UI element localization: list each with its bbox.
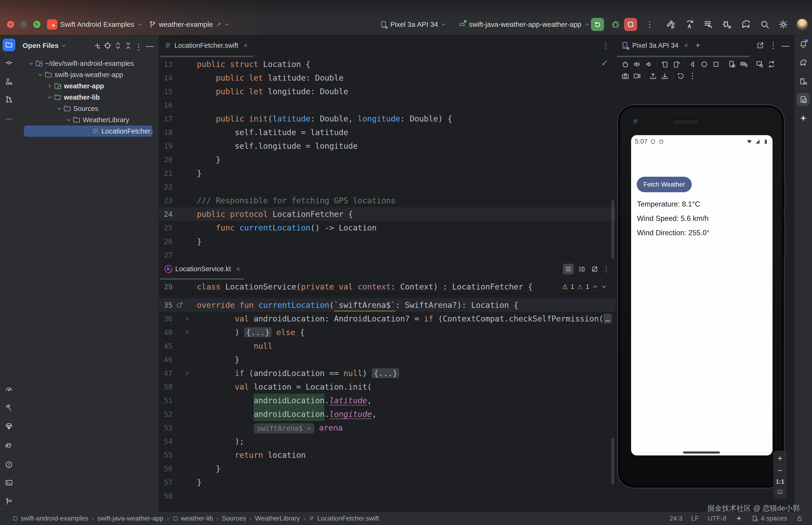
split-view-button[interactable] bbox=[576, 264, 587, 274]
fold-chevron-icon[interactable] bbox=[184, 329, 190, 335]
tree-chevron-icon[interactable] bbox=[37, 72, 44, 78]
build-run-icon[interactable] bbox=[666, 19, 676, 30]
notifications-icon[interactable] bbox=[799, 40, 807, 48]
volume-down-icon[interactable] bbox=[645, 60, 653, 68]
tree-item-locationfetcher-swift[interactable]: LocationFetcher.swift bbox=[24, 125, 153, 137]
tree-item-weather-lib[interactable]: weather-lib bbox=[24, 92, 153, 103]
code-line-27[interactable]: 27 bbox=[159, 248, 616, 260]
locate-file-button[interactable] bbox=[104, 42, 112, 49]
line-separator[interactable]: LF bbox=[691, 515, 699, 522]
tree-chevron-icon[interactable] bbox=[47, 83, 53, 89]
tree-item--dev-swift-android-examples[interactable]: ~/dev/swift-android-examples bbox=[24, 58, 153, 69]
ai-assistant-status-icon[interactable] bbox=[735, 515, 742, 522]
tree-chevron-icon[interactable] bbox=[65, 117, 72, 123]
device-tab-label[interactable]: Pixel 3a API 34 bbox=[632, 42, 678, 49]
tree-item-sources[interactable]: Sources bbox=[24, 103, 153, 114]
device-sync-icon[interactable] bbox=[768, 60, 775, 68]
code-line-36[interactable]: 36 val androidLocation: AndroidLocation?… bbox=[159, 312, 616, 326]
vertical-scrollbar[interactable] bbox=[611, 438, 614, 485]
code-line-45[interactable]: 45 null bbox=[159, 339, 616, 353]
screenshot-icon[interactable] bbox=[622, 72, 629, 80]
rotate-right-icon[interactable] bbox=[673, 60, 680, 68]
breadcrumb-item[interactable]: LocationFetcher.swift bbox=[309, 515, 379, 522]
fold-chevron-icon[interactable] bbox=[184, 315, 190, 322]
code-line-23[interactable]: 23/// Responsible for fetching GPS locat… bbox=[159, 194, 616, 207]
gradle-tool-icon[interactable] bbox=[799, 59, 807, 67]
tab-options-button[interactable]: ⋮ bbox=[602, 41, 610, 50]
reset-icon[interactable] bbox=[677, 72, 685, 80]
device-manager-icon[interactable] bbox=[799, 77, 807, 86]
android-overview-icon[interactable] bbox=[712, 60, 720, 68]
zoom-in-button[interactable]: + bbox=[778, 454, 782, 463]
tree-item-weather-app[interactable]: weather-app bbox=[24, 80, 153, 92]
vertical-scrollbar[interactable] bbox=[611, 200, 614, 258]
attach-debugger-icon[interactable] bbox=[722, 19, 732, 30]
horizontal-scrollbar[interactable] bbox=[159, 56, 616, 57]
search-icon[interactable] bbox=[760, 19, 770, 30]
code-line-58[interactable]: 58 bbox=[159, 489, 616, 503]
settings-gear-icon[interactable] bbox=[778, 19, 788, 30]
volume-up-icon[interactable] bbox=[633, 60, 641, 68]
fit-to-window-button[interactable] bbox=[777, 489, 783, 495]
code-line-50[interactable]: 50 val location = Location.init( bbox=[159, 380, 616, 394]
code-line-25[interactable]: 25 func currentLocation() -> Location bbox=[159, 221, 616, 235]
breadcrumb-item[interactable]: weather-lib bbox=[172, 515, 213, 522]
hide-panel-button[interactable]: — bbox=[146, 41, 154, 50]
commit-tool-icon[interactable] bbox=[5, 59, 13, 67]
code-line-35[interactable]: 35override fun currentLocation(`swiftAre… bbox=[159, 298, 616, 312]
code-editor-swift[interactable]: 13public struct Location {14 public let … bbox=[159, 57, 616, 260]
close-window-button[interactable]: × bbox=[7, 21, 14, 28]
code-line-29[interactable]: 29class LocationService(private val cont… bbox=[159, 280, 616, 294]
rerun-button[interactable] bbox=[591, 18, 604, 31]
code-line-14[interactable]: 14 public let latitude: Double bbox=[159, 71, 616, 85]
avatar[interactable] bbox=[796, 19, 808, 30]
code-line-13[interactable]: 13public struct Location { bbox=[159, 57, 616, 71]
add-device-button[interactable]: + bbox=[695, 41, 700, 50]
minimize-window-button[interactable] bbox=[20, 21, 27, 28]
code-line-46[interactable]: 46 } bbox=[159, 353, 616, 366]
rotate-left-icon[interactable] bbox=[661, 60, 669, 68]
overrides-method-icon[interactable] bbox=[176, 301, 184, 309]
device-selector[interactable]: Pixel 3a API 34 bbox=[380, 17, 446, 31]
next-problem-icon[interactable] bbox=[601, 284, 607, 290]
code-line-22[interactable]: 22 bbox=[159, 180, 616, 194]
caret-position[interactable]: 24:3 bbox=[669, 515, 682, 522]
more-actions-button[interactable]: ⋮ bbox=[646, 19, 653, 30]
code-line-17[interactable]: 17 public init(latitude: Double, longitu… bbox=[159, 112, 616, 125]
horizontal-scrollbar[interactable] bbox=[159, 278, 616, 280]
file-encoding[interactable]: UTF-8 bbox=[708, 515, 726, 522]
tree-item-swift-java-weather-app[interactable]: swift-java-weather-app bbox=[24, 69, 153, 80]
hide-panel-button[interactable]: — bbox=[781, 41, 790, 50]
code-editor-kotlin[interactable]: 29class LocationService(private val cont… bbox=[159, 280, 616, 511]
sync-translate-icon[interactable] bbox=[685, 19, 695, 30]
code-line-47[interactable]: 47 if (androidLocation == null) {...} bbox=[159, 366, 616, 380]
running-devices-tool-button[interactable] bbox=[797, 93, 810, 106]
indent-setting[interactable]: 4 spaces bbox=[751, 515, 787, 522]
gradle-sync-icon[interactable] bbox=[740, 19, 751, 30]
phone-screen[interactable]: 5:07 Fetch Weather Temperature: 8.1°C Wi… bbox=[631, 135, 772, 455]
screen-record-icon[interactable] bbox=[633, 72, 641, 80]
build-tool-icon[interactable] bbox=[5, 404, 13, 412]
screenshot-inspect-icon[interactable] bbox=[756, 60, 764, 68]
chevron-down-icon[interactable] bbox=[61, 43, 66, 48]
recent-changes-icon[interactable] bbox=[703, 19, 714, 30]
fold-chevron-icon[interactable] bbox=[184, 370, 190, 376]
code-line-15[interactable]: 15 public let longitude: Double bbox=[159, 85, 616, 98]
breadcrumb-item[interactable]: swift-java-weather-app bbox=[97, 515, 164, 522]
code-line-18[interactable]: 18 self.latitude = latitude bbox=[159, 125, 616, 139]
close-tab-icon[interactable]: × bbox=[684, 41, 688, 49]
zoom-reset-button[interactable]: 1:1 bbox=[776, 478, 784, 485]
tab-options-button[interactable]: ⋮ bbox=[602, 265, 610, 273]
hardware-input-icon[interactable] bbox=[740, 60, 748, 68]
download-icon[interactable] bbox=[661, 72, 669, 80]
android-back-icon[interactable] bbox=[689, 60, 696, 68]
debug-button[interactable] bbox=[610, 19, 621, 30]
tab-locationservice[interactable]: K LocationService.kt × bbox=[165, 265, 240, 273]
collapse-all-button[interactable] bbox=[124, 42, 132, 49]
zoom-window-button[interactable]: ↻ bbox=[33, 21, 41, 28]
code-line-52[interactable]: 52 androidLocation.longitude, bbox=[159, 407, 616, 421]
version-control-tool-icon[interactable] bbox=[5, 497, 13, 506]
preview-view-button[interactable] bbox=[589, 264, 600, 274]
prev-problem-icon[interactable] bbox=[592, 284, 598, 290]
device-settings-icon[interactable] bbox=[728, 60, 736, 68]
